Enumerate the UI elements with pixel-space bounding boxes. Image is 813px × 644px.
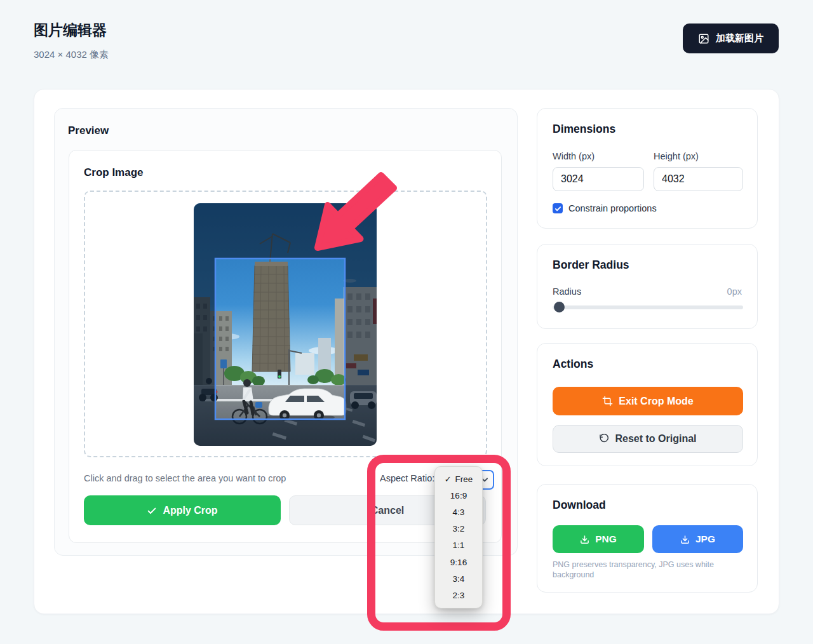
aspect-option-label: 2:3 (453, 591, 465, 600)
border-radius-heading: Border Radius (553, 258, 629, 272)
image-dimensions-subtitle: 3024 × 4032 像素 (34, 49, 109, 61)
aspect-option-label: 3:2 (453, 524, 465, 533)
page-title: 图片编辑器 (34, 20, 107, 40)
exit-crop-mode-label: Exit Crop Mode (619, 396, 693, 407)
image-icon (698, 33, 709, 44)
dimensions-card: Dimensions Width (px) Height (px) Constr… (537, 108, 758, 229)
reset-to-original-label: Reset to Original (615, 433, 696, 445)
preview-heading: Preview (68, 124, 109, 137)
apply-crop-button[interactable]: Apply Crop (84, 495, 281, 525)
aspect-option-label: 9:16 (450, 558, 467, 567)
dimensions-heading: Dimensions (553, 123, 615, 136)
aspect-option-4-3[interactable]: 4:3 (435, 504, 482, 520)
height-input[interactable] (654, 167, 743, 191)
crop-preview-image[interactable] (194, 203, 377, 446)
check-icon (147, 506, 157, 516)
actions-card: Actions Exit Crop Mode Reset to Original (537, 343, 758, 466)
width-label: Width (px) (553, 151, 595, 161)
download-note: PNG preserves transparency, JPG uses whi… (553, 560, 743, 580)
aspect-option-3-4[interactable]: 3:4 (435, 570, 482, 587)
height-label: Height (px) (654, 151, 699, 161)
aspect-ratio-dropdown-menu: ✓ Free 16:9 4:3 3:2 1:1 9:16 3:4 2:3 (434, 466, 483, 608)
aspect-option-label: 4:3 (453, 507, 465, 517)
border-radius-card: Border Radius Radius 0px (537, 244, 758, 329)
constrain-proportions-checkbox[interactable] (553, 203, 563, 213)
reset-to-original-button[interactable]: Reset to Original (553, 425, 743, 453)
load-new-image-button[interactable]: 加载新图片 (683, 23, 779, 53)
width-input[interactable] (553, 167, 644, 191)
radius-value: 0px (727, 286, 742, 297)
radius-label: Radius (553, 286, 581, 297)
download-png-button[interactable]: PNG (553, 525, 644, 553)
aspect-option-1-1[interactable]: 1:1 (435, 537, 482, 554)
crop-icon (602, 396, 613, 406)
radius-slider[interactable] (553, 305, 743, 309)
aspect-option-label: 1:1 (453, 540, 465, 550)
apply-crop-label: Apply Crop (163, 505, 217, 516)
exit-crop-mode-button[interactable]: Exit Crop Mode (553, 387, 743, 415)
radius-slider-thumb[interactable] (554, 302, 565, 312)
download-heading: Download (553, 499, 606, 512)
aspect-option-label: Free (455, 474, 473, 484)
crop-hint-text: Click and drag to select the area you wa… (84, 473, 286, 483)
aspect-option-label: 3:4 (453, 574, 465, 584)
cancel-label: Cancel (371, 505, 404, 516)
constrain-proportions-label: Constrain proportions (568, 203, 657, 213)
aspect-option-9-16[interactable]: 9:16 (435, 554, 482, 570)
download-icon (680, 535, 690, 544)
aspect-option-16-9[interactable]: 16:9 (435, 487, 482, 504)
aspect-option-3-2[interactable]: 3:2 (435, 521, 482, 537)
download-jpg-button[interactable]: JPG (652, 525, 743, 553)
aspect-ratio-label: Aspect Ratio: (380, 473, 434, 483)
download-jpg-label: JPG (695, 533, 715, 545)
aspect-option-2-3[interactable]: 2:3 (435, 587, 482, 603)
aspect-option-label: 16:9 (450, 491, 467, 500)
aspect-option-free[interactable]: ✓ Free (435, 471, 482, 487)
rotate-ccw-icon (599, 434, 609, 444)
load-new-image-label: 加载新图片 (716, 32, 763, 44)
actions-heading: Actions (553, 358, 593, 371)
crop-image-heading: Crop Image (84, 166, 144, 179)
download-png-label: PNG (595, 533, 617, 545)
download-card: Download PNG JPG PNG preserves transpare… (537, 484, 758, 593)
check-icon: ✓ (445, 474, 452, 484)
download-icon (580, 535, 589, 544)
